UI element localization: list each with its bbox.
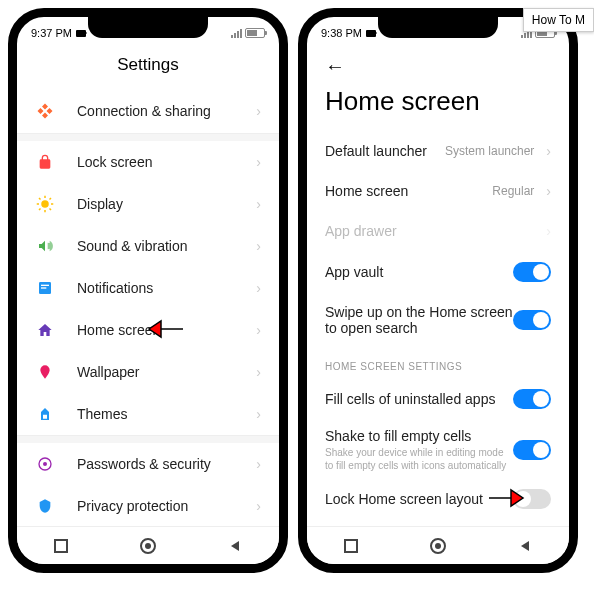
nav-bar <box>17 526 279 564</box>
svg-rect-9 <box>345 540 357 552</box>
chevron-icon: › <box>538 143 551 159</box>
row-shake[interactable]: Shake to fill empty cells Shake your dev… <box>307 420 569 478</box>
wallpaper-icon <box>35 362 55 382</box>
nav-recent[interactable] <box>342 537 360 555</box>
row-themes[interactable]: Themes › <box>17 393 279 435</box>
nav-recent[interactable] <box>52 537 70 555</box>
chevron-icon: › <box>538 223 551 239</box>
section-header: HOME SCREEN SETTINGS <box>307 347 569 378</box>
row-wallpaper[interactable]: Wallpaper › <box>17 351 279 393</box>
privacy-icon <box>35 496 55 516</box>
row-label: Fill cells of uninstalled apps <box>325 391 513 407</box>
notch <box>378 16 498 38</box>
phone-settings: 9:37 PM Settings Connection & sharing › … <box>8 8 288 573</box>
row-label: Connection & sharing <box>77 103 248 119</box>
nav-back[interactable] <box>226 537 244 555</box>
chevron-icon: › <box>248 196 261 212</box>
chevron-icon: › <box>248 498 261 514</box>
chevron-icon: › <box>248 364 261 380</box>
chevron-icon: › <box>248 154 261 170</box>
row-launcher[interactable]: Default launcher System launcher › <box>307 131 569 171</box>
status-time: 9:38 PM <box>321 27 362 39</box>
svg-point-0 <box>41 200 49 208</box>
row-label: Passwords & security <box>77 456 248 472</box>
row-label: Themes <box>77 406 248 422</box>
svg-rect-2 <box>41 285 49 286</box>
tooltip-overlay: How To M <box>523 8 594 32</box>
themes-icon <box>35 404 55 424</box>
row-value: System launcher <box>445 144 534 158</box>
toggle-vault[interactable] <box>513 262 551 282</box>
passwords-icon <box>35 454 55 474</box>
chevron-icon: › <box>248 322 261 338</box>
row-label: Home screen <box>77 322 248 338</box>
toggle-fill[interactable] <box>513 389 551 409</box>
back-button[interactable]: ← <box>307 45 569 82</box>
toggle-lock-layout[interactable] <box>513 489 551 509</box>
sound-icon <box>35 236 55 256</box>
svg-rect-6 <box>55 540 67 552</box>
nav-home[interactable] <box>429 537 447 555</box>
display-icon <box>35 194 55 214</box>
page-title: Settings <box>17 45 279 89</box>
row-label: App drawer <box>325 223 538 239</box>
row-subtitle: Shake your device while in editing mode … <box>325 446 513 472</box>
row-label: Home screen <box>325 183 492 199</box>
row-label: Privacy protection <box>77 498 248 514</box>
chevron-icon: › <box>248 103 261 119</box>
row-display[interactable]: Display › <box>17 183 279 225</box>
row-home-mode[interactable]: Home screen Regular › <box>307 171 569 211</box>
chevron-icon: › <box>248 280 261 296</box>
row-label: Lock screen <box>77 154 248 170</box>
row-passwords[interactable]: Passwords & security › <box>17 443 279 485</box>
row-label: Lock Home screen layout <box>325 491 513 507</box>
row-connection[interactable]: Connection & sharing › <box>17 89 279 133</box>
section-divider <box>17 435 279 443</box>
chevron-icon: › <box>538 183 551 199</box>
battery-icon <box>245 28 265 38</box>
phone-home-screen: 9:38 PM ← Home screen Default launcher S… <box>298 8 578 573</box>
camera-icon <box>76 30 86 37</box>
page-title: Home screen <box>307 82 569 131</box>
svg-rect-3 <box>41 287 46 288</box>
row-privacy[interactable]: Privacy protection › <box>17 485 279 526</box>
connection-icon <box>35 101 55 121</box>
chevron-icon: › <box>248 238 261 254</box>
svg-point-11 <box>435 543 441 549</box>
row-lock-layout[interactable]: Lock Home screen layout <box>307 478 569 520</box>
row-label: Sound & vibration <box>77 238 248 254</box>
home-icon <box>35 320 55 340</box>
nav-back[interactable] <box>516 537 534 555</box>
row-vault[interactable]: App vault <box>307 251 569 293</box>
row-sound[interactable]: Sound & vibration › <box>17 225 279 267</box>
svg-point-5 <box>43 462 47 466</box>
row-label: App vault <box>325 264 513 280</box>
chevron-icon: › <box>248 456 261 472</box>
row-label: Display <box>77 196 248 212</box>
lock-icon <box>35 152 55 172</box>
row-swipe[interactable]: Swipe up on the Home screen to open sear… <box>307 293 569 347</box>
row-label: Notifications <box>77 280 248 296</box>
svg-point-8 <box>145 543 151 549</box>
toggle-swipe[interactable] <box>513 310 551 330</box>
row-fill-cells[interactable]: Fill cells of uninstalled apps <box>307 378 569 420</box>
row-label: Swipe up on the Home screen to open sear… <box>325 304 513 336</box>
row-lock[interactable]: Lock screen › <box>17 141 279 183</box>
row-label: Wallpaper <box>77 364 248 380</box>
nav-bar <box>307 526 569 564</box>
row-drawer: App drawer › <box>307 211 569 251</box>
row-home[interactable]: Home screen › <box>17 309 279 351</box>
status-time: 9:37 PM <box>31 27 72 39</box>
toggle-shake[interactable] <box>513 440 551 460</box>
row-label: Shake to fill empty cells <box>325 428 513 444</box>
camera-icon <box>366 30 376 37</box>
nav-home[interactable] <box>139 537 157 555</box>
row-value: Regular <box>492 184 534 198</box>
chevron-icon: › <box>248 406 261 422</box>
signal-icon <box>231 29 242 38</box>
notifications-icon <box>35 278 55 298</box>
notch <box>88 16 208 38</box>
row-label: Default launcher <box>325 143 445 159</box>
section-divider <box>17 133 279 141</box>
row-notifications[interactable]: Notifications › <box>17 267 279 309</box>
